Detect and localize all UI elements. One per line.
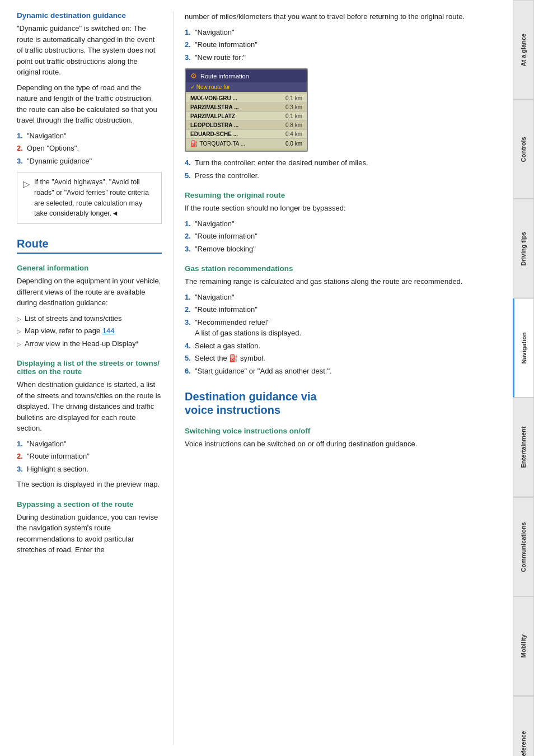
general-info-bullets: ▷List of streets and towns/cities ▷Map v… xyxy=(17,313,162,349)
route-last-row: ⛽ TORQUATO-TA ... 0.0 km xyxy=(186,139,307,148)
gas-icon: ⛽ xyxy=(190,140,198,147)
step-item: 6."Start guidance" or "Add as another de… xyxy=(185,366,502,377)
page-link-144[interactable]: 144 xyxy=(102,326,115,335)
step-item: 3."Dynamic guidance" xyxy=(17,156,162,167)
step-item: 2.Open "Options". xyxy=(17,143,162,154)
step-item: 3."Recommended refuel"A list of gas stat… xyxy=(185,317,502,339)
step-item: 4.Turn the controller: enter the desired… xyxy=(185,157,502,169)
resuming-section: Resuming the original route If the route… xyxy=(185,191,502,254)
right-column: number of miles/kilometers that you want… xyxy=(174,11,513,745)
displaying-list-steps: 1."Navigation" 2."Route information" 3.H… xyxy=(17,438,162,475)
destination-voice-heading: Destination guidance viavoice instructio… xyxy=(185,390,502,417)
route-map-section-header: ✓ New route for xyxy=(186,82,307,92)
new-route-label: ✓ New route for xyxy=(190,84,230,90)
bullet-item: ▷Map view, refer to page 144 xyxy=(17,325,162,337)
after-map-steps: 4.Turn the controller: enter the desired… xyxy=(185,157,502,181)
route-row: PARZIVALSTRA ... 0.3 km xyxy=(186,103,307,112)
switching-voice-heading: Switching voice instructions on/off xyxy=(185,427,502,435)
step-item: 3."New route for:" xyxy=(185,52,502,63)
route-row: PARZIVALPLATZ 0.1 km xyxy=(186,112,307,121)
tab-controls[interactable]: Controls xyxy=(513,100,534,199)
tab-mobility[interactable]: Mobility xyxy=(513,596,534,696)
dynamic-guidance-section: Dynamic destination guidance "Dynamic gu… xyxy=(17,11,162,224)
tab-reference[interactable]: Reference xyxy=(513,696,534,757)
main-content: Dynamic destination guidance "Dynamic gu… xyxy=(0,0,513,756)
tab-driving-tips[interactable]: Driving tips xyxy=(513,199,534,298)
note-icon: ▷ xyxy=(23,178,30,191)
step-item: 2."Route information" xyxy=(185,231,502,242)
step-item: 3.Highlight a section. xyxy=(17,464,162,475)
route-icon: ⚙ xyxy=(190,72,197,80)
tab-entertainment[interactable]: Entertainment xyxy=(513,398,534,497)
tab-navigation[interactable]: Navigation xyxy=(513,298,534,398)
route-row: MAX-VON-GRU ... 0.1 km xyxy=(186,94,307,103)
general-info-para: Depending on the equipment in your vehic… xyxy=(17,276,162,309)
gas-symbol: ⛽ xyxy=(229,354,238,362)
step-item: 1."Navigation" xyxy=(17,438,162,450)
route-map-body: MAX-VON-GRU ... 0.1 km PARZIVALSTRA ... … xyxy=(186,92,307,151)
route-row: EDUARD-SCHE ... 0.4 km xyxy=(186,130,307,139)
step-item: 5.Select the ⛽ symbol. xyxy=(185,353,502,364)
step-item: 1."Navigation" xyxy=(185,218,502,230)
bullet-item: ▷Arrow view in the Head-up Display* xyxy=(17,338,162,349)
bullet-item: ▷List of streets and towns/cities xyxy=(17,313,162,324)
gas-station-heading: Gas station recommendations xyxy=(185,264,502,273)
step-item: 4.Select a gas station. xyxy=(185,340,502,352)
general-information-section: General information Depending on the equ… xyxy=(17,264,162,349)
dynamic-guidance-heading: Dynamic destination guidance xyxy=(17,11,162,20)
bypass-continue-para: number of miles/kilometers that you want… xyxy=(185,11,502,22)
step-item: 2."Route information" xyxy=(17,451,162,462)
step-item: 5.Press the controller. xyxy=(185,170,502,181)
resuming-steps: 1."Navigation" 2."Route information" 3."… xyxy=(185,218,502,255)
displaying-list-section: Displaying a list of the streets or town… xyxy=(17,359,162,490)
step-item: 1."Navigation" xyxy=(185,27,502,38)
page-container: Dynamic destination guidance "Dynamic gu… xyxy=(0,0,534,756)
general-information-heading: General information xyxy=(17,264,162,272)
displaying-list-heading: Displaying a list of the streets or town… xyxy=(17,359,162,376)
route-map-title: Route information xyxy=(200,73,249,80)
step-item: 3."Remove blocking" xyxy=(185,244,502,255)
gas-station-para: The remaining range is calculated and ga… xyxy=(185,276,502,287)
gas-station-steps: 1."Navigation" 2."Route information" 3."… xyxy=(185,292,502,377)
dynamic-guidance-steps: 1."Navigation" 2.Open "Options". 3."Dyna… xyxy=(17,130,162,167)
bypassing-section: Bypassing a section of the route During … xyxy=(17,500,162,556)
bypass-steps: 1."Navigation" 2."Route information" 3."… xyxy=(185,27,502,63)
section-preview-note: The section is displayed in the preview … xyxy=(17,479,162,490)
dynamic-guidance-para2: Depending on the type of road and the na… xyxy=(17,82,162,126)
bypass-continued: number of miles/kilometers that you want… xyxy=(185,11,502,181)
destination-voice-section: Destination guidance viavoice instructio… xyxy=(185,390,502,450)
note-box: ▷ If the "Avoid highways", "Avoid toll r… xyxy=(17,172,162,224)
route-map-header: ⚙ Route information xyxy=(186,69,307,82)
step-item: 1."Navigation" xyxy=(185,292,502,303)
side-tabs: At a glance Controls Driving tips Naviga… xyxy=(513,0,534,756)
resuming-heading: Resuming the original route xyxy=(185,191,502,199)
route-title: Route xyxy=(17,237,162,254)
route-row: LEOPOLDSTRA ... 0.8 km xyxy=(186,121,307,130)
tab-at-a-glance[interactable]: At a glance xyxy=(513,0,534,100)
note-text: If the "Avoid highways", "Avoid toll roa… xyxy=(34,177,156,219)
step-item: 2."Route information" xyxy=(185,304,502,315)
switching-voice-para: Voice instructions can be switched on or… xyxy=(185,438,502,450)
bypassing-para: During destination guidance, you can rev… xyxy=(17,512,162,556)
displaying-list-para: When destination guidance is started, a … xyxy=(17,379,162,434)
gas-station-section: Gas station recommendations The remainin… xyxy=(185,264,502,376)
tab-communications[interactable]: Communications xyxy=(513,497,534,597)
step-item: 2."Route information" xyxy=(185,39,502,50)
route-section: Route General information Depending on t… xyxy=(17,237,162,556)
resuming-para: If the route section should no longer be… xyxy=(185,203,502,214)
left-column: Dynamic destination guidance "Dynamic gu… xyxy=(0,11,174,745)
step-item: 1."Navigation" xyxy=(17,130,162,142)
dynamic-guidance-para1: "Dynamic guidance" is switched on: The r… xyxy=(17,23,162,78)
route-map-box: ⚙ Route information ✓ New route for MAX-… xyxy=(185,68,308,152)
bypassing-heading: Bypassing a section of the route xyxy=(17,500,162,508)
